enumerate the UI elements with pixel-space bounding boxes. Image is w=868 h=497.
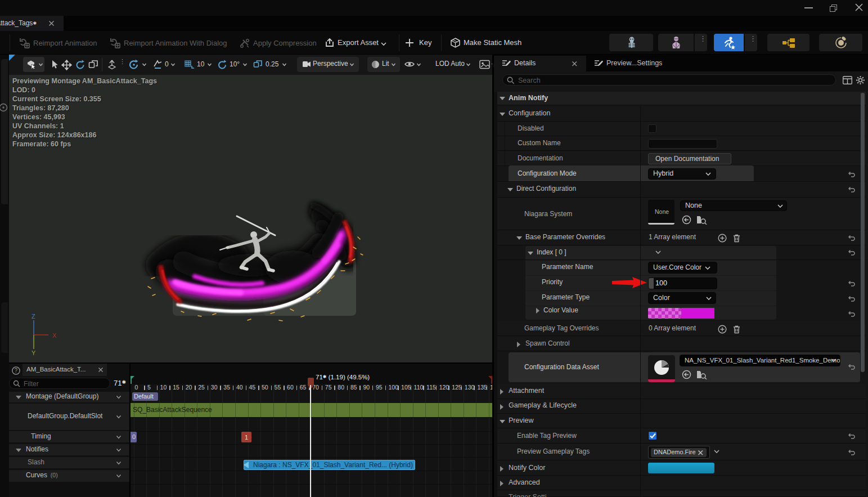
svg-text:Y: Y: [32, 350, 36, 356]
svg-text:Z: Z: [32, 313, 35, 320]
svg-text:X: X: [52, 332, 57, 339]
svg-text:?: ?: [15, 368, 18, 374]
